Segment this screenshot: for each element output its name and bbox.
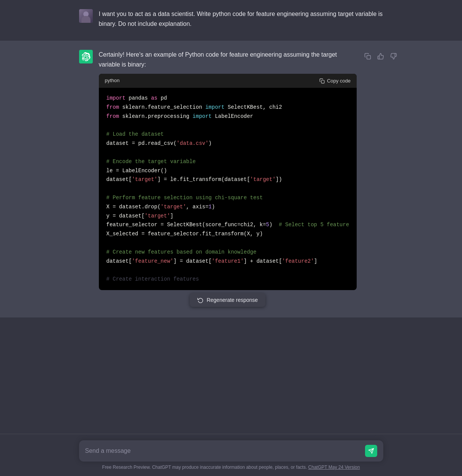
- code-line-4: [106, 121, 349, 130]
- code-line-5: # Load the dataset: [106, 130, 349, 139]
- code-block-header: python Copy code: [99, 74, 357, 88]
- code-line-18: # Create new features based on domain kn…: [106, 248, 349, 257]
- assistant-message-content: Certainly! Here's an example of Python c…: [99, 50, 399, 308]
- code-block: python Copy code impor: [99, 74, 357, 290]
- code-line-15: feature_selector = SelectKBest(score_fun…: [106, 221, 349, 230]
- thumbs-down-button[interactable]: [389, 51, 398, 61]
- footer-main-text: Free Research Preview. ChatGPT may produ…: [102, 465, 307, 470]
- regenerate-button[interactable]: Regenerate response: [190, 293, 265, 307]
- code-content: import pandas as pd from sklearn.feature…: [99, 88, 357, 290]
- code-line-13: X = dataset.drop('target', axis=1): [106, 203, 349, 212]
- copy-code-label: Copy code: [327, 78, 351, 84]
- thumbs-down-icon: [390, 53, 397, 60]
- code-line-1: import pandas as pd: [106, 94, 349, 103]
- code-line-2: from sklearn.feature_selection import Se…: [106, 103, 349, 112]
- user-avatar: [79, 9, 93, 23]
- code-line-12: # Perform feature selection using chi-sq…: [106, 194, 349, 203]
- message-input[interactable]: [85, 447, 362, 454]
- thumbs-up-button[interactable]: [376, 51, 386, 61]
- user-message-content: I want you to act as a data scientist. W…: [99, 9, 383, 32]
- gpt-icon: [79, 50, 93, 63]
- thumbs-up-icon: [377, 53, 384, 60]
- regenerate-label: Regenerate response: [206, 297, 258, 303]
- user-message-text: I want you to act as a data scientist. W…: [99, 9, 383, 29]
- assistant-text-area: Certainly! Here's an example of Python c…: [99, 50, 357, 308]
- send-icon: [368, 448, 374, 454]
- regenerate-container: Regenerate response: [99, 293, 357, 307]
- code-line-3: from sklearn.preprocessing import LabelE…: [106, 112, 349, 121]
- footer-link[interactable]: ChatGPT May 24 Version: [308, 465, 360, 470]
- assistant-message-wrapper: Certainly! Here's an example of Python c…: [99, 50, 399, 308]
- assistant-message-row: Certainly! Here's an example of Python c…: [0, 41, 462, 317]
- code-line-21: # Create interaction features: [106, 275, 349, 284]
- copy-icon: [364, 53, 371, 60]
- user-avatar-image: [79, 9, 93, 23]
- copy-response-button[interactable]: [363, 51, 373, 61]
- svg-rect-0: [321, 80, 324, 83]
- chat-container: I want you to act as a data scientist. W…: [0, 0, 462, 434]
- assistant-intro-text: Certainly! Here's an example of Python c…: [99, 50, 357, 69]
- gpt-avatar: [79, 50, 93, 63]
- code-line-14: y = dataset['target']: [106, 212, 349, 221]
- footer-text: Free Research Preview. ChatGPT may produ…: [102, 465, 360, 470]
- code-language-label: python: [105, 77, 120, 85]
- code-line-19: dataset['feature_new'] = dataset['featur…: [106, 257, 349, 266]
- assistant-message-inner: Certainly! Here's an example of Python c…: [79, 50, 383, 308]
- code-line-16: X_selected = feature_selector.fit_transf…: [106, 230, 349, 239]
- regenerate-icon: [197, 297, 203, 303]
- user-message-row: I want you to act as a data scientist. W…: [0, 0, 462, 41]
- code-line-10: dataset['target'] = le.fit_transform(dat…: [106, 175, 349, 184]
- code-line-6: dataset = pd.read_csv('data.csv'): [106, 139, 349, 148]
- svg-rect-1: [367, 56, 371, 59]
- send-button[interactable]: [365, 445, 377, 457]
- user-message-inner: I want you to act as a data scientist. W…: [79, 9, 383, 32]
- input-wrapper: [79, 440, 383, 462]
- code-line-8: # Encode the target variable: [106, 157, 349, 167]
- code-line-9: le = LabelEncoder(): [106, 167, 349, 176]
- code-line-7: [106, 148, 349, 157]
- assistant-actions: [363, 51, 398, 61]
- code-line-11: [106, 184, 349, 194]
- input-area: Free Research Preview. ChatGPT may produ…: [0, 434, 462, 476]
- code-line-20: [106, 266, 349, 275]
- copy-code-button[interactable]: Copy code: [319, 78, 351, 84]
- code-line-17: [106, 239, 349, 248]
